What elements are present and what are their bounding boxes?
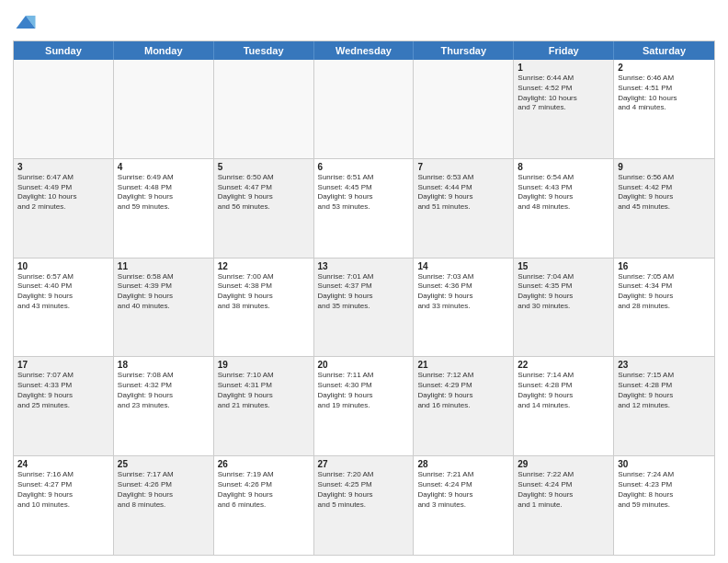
- calendar-cell-0-2: [214, 60, 314, 158]
- day-number: 11: [118, 261, 210, 271]
- day-header-tuesday: Tuesday: [214, 41, 314, 60]
- calendar-row-1: 3Sunrise: 6:47 AM Sunset: 4:49 PM Daylig…: [14, 159, 714, 259]
- day-number: 4: [118, 162, 210, 172]
- day-info: Sunrise: 6:58 AM Sunset: 4:39 PM Dayligh…: [118, 272, 210, 312]
- calendar-row-0: 1Sunrise: 6:44 AM Sunset: 4:52 PM Daylig…: [14, 60, 714, 159]
- day-number: 29: [518, 459, 609, 469]
- calendar: SundayMondayTuesdayWednesdayThursdayFrid…: [13, 40, 715, 556]
- calendar-row-4: 24Sunrise: 7:16 AM Sunset: 4:27 PM Dayli…: [14, 456, 714, 555]
- calendar-cell-0-3: [314, 60, 415, 158]
- calendar-cell-4-1: 25Sunrise: 7:17 AM Sunset: 4:26 PM Dayli…: [114, 456, 214, 555]
- day-number: 8: [518, 162, 609, 172]
- day-info: Sunrise: 6:57 AM Sunset: 4:40 PM Dayligh…: [17, 272, 109, 312]
- day-info: Sunrise: 7:12 AM Sunset: 4:29 PM Dayligh…: [417, 371, 509, 410]
- day-number: 14: [417, 261, 509, 271]
- day-info: Sunrise: 6:50 AM Sunset: 4:47 PM Dayligh…: [218, 173, 310, 213]
- day-number: 16: [618, 261, 711, 271]
- day-number: 22: [518, 360, 609, 370]
- day-header-saturday: Saturday: [614, 41, 714, 60]
- calendar-cell-4-2: 26Sunrise: 7:19 AM Sunset: 4:26 PM Dayli…: [214, 456, 314, 555]
- calendar-cell-3-0: 17Sunrise: 7:07 AM Sunset: 4:33 PM Dayli…: [14, 357, 114, 455]
- day-number: 7: [417, 162, 509, 172]
- day-number: 6: [318, 162, 410, 172]
- day-info: Sunrise: 7:07 AM Sunset: 4:33 PM Dayligh…: [17, 371, 109, 410]
- calendar-cell-1-1: 4Sunrise: 6:49 AM Sunset: 4:48 PM Daylig…: [114, 159, 214, 258]
- logo: [13, 9, 42, 35]
- day-info: Sunrise: 7:03 AM Sunset: 4:36 PM Dayligh…: [417, 272, 509, 312]
- day-info: Sunrise: 7:21 AM Sunset: 4:24 PM Dayligh…: [417, 470, 509, 510]
- day-info: Sunrise: 6:53 AM Sunset: 4:44 PM Dayligh…: [417, 173, 509, 213]
- day-header-wednesday: Wednesday: [314, 41, 415, 60]
- calendar-cell-2-3: 13Sunrise: 7:01 AM Sunset: 4:37 PM Dayli…: [314, 259, 415, 357]
- calendar-cell-2-4: 14Sunrise: 7:03 AM Sunset: 4:36 PM Dayli…: [414, 259, 514, 357]
- calendar-cell-4-0: 24Sunrise: 7:16 AM Sunset: 4:27 PM Dayli…: [14, 456, 114, 555]
- calendar-cell-2-2: 12Sunrise: 7:00 AM Sunset: 4:38 PM Dayli…: [214, 259, 314, 357]
- calendar-cell-4-5: 29Sunrise: 7:22 AM Sunset: 4:24 PM Dayli…: [514, 456, 614, 555]
- calendar-cell-0-0: [14, 60, 114, 158]
- day-info: Sunrise: 7:24 AM Sunset: 4:23 PM Dayligh…: [618, 470, 711, 510]
- calendar-row-2: 10Sunrise: 6:57 AM Sunset: 4:40 PM Dayli…: [14, 259, 714, 358]
- calendar-cell-3-2: 19Sunrise: 7:10 AM Sunset: 4:31 PM Dayli…: [214, 357, 314, 455]
- calendar-cell-4-3: 27Sunrise: 7:20 AM Sunset: 4:25 PM Dayli…: [314, 456, 415, 555]
- calendar-header: SundayMondayTuesdayWednesdayThursdayFrid…: [14, 41, 714, 60]
- day-header-monday: Monday: [114, 41, 214, 60]
- day-number: 30: [618, 459, 711, 469]
- calendar-cell-1-3: 6Sunrise: 6:51 AM Sunset: 4:45 PM Daylig…: [314, 159, 415, 258]
- day-header-friday: Friday: [514, 41, 614, 60]
- day-number: 12: [218, 261, 310, 271]
- calendar-cell-4-6: 30Sunrise: 7:24 AM Sunset: 4:23 PM Dayli…: [614, 456, 714, 555]
- day-number: 1: [518, 63, 609, 73]
- day-info: Sunrise: 7:11 AM Sunset: 4:30 PM Dayligh…: [318, 371, 410, 410]
- day-number: 24: [17, 459, 109, 469]
- logo-graphic-icon: [13, 9, 39, 35]
- day-number: 15: [518, 261, 609, 271]
- day-number: 18: [118, 360, 210, 370]
- day-info: Sunrise: 7:22 AM Sunset: 4:24 PM Dayligh…: [518, 470, 609, 510]
- calendar-cell-0-1: [114, 60, 214, 158]
- calendar-cell-1-5: 8Sunrise: 6:54 AM Sunset: 4:43 PM Daylig…: [514, 159, 614, 258]
- calendar-cell-3-1: 18Sunrise: 7:08 AM Sunset: 4:32 PM Dayli…: [114, 357, 214, 455]
- day-number: 17: [17, 360, 109, 370]
- day-info: Sunrise: 6:54 AM Sunset: 4:43 PM Dayligh…: [518, 173, 609, 213]
- day-number: 23: [618, 360, 711, 370]
- day-info: Sunrise: 6:46 AM Sunset: 4:51 PM Dayligh…: [618, 74, 711, 113]
- calendar-cell-2-0: 10Sunrise: 6:57 AM Sunset: 4:40 PM Dayli…: [14, 259, 114, 357]
- day-number: 10: [17, 261, 109, 271]
- day-info: Sunrise: 7:19 AM Sunset: 4:26 PM Dayligh…: [218, 470, 310, 510]
- day-number: 9: [618, 162, 711, 172]
- day-number: 19: [218, 360, 310, 370]
- day-info: Sunrise: 7:08 AM Sunset: 4:32 PM Dayligh…: [118, 371, 210, 410]
- day-info: Sunrise: 7:14 AM Sunset: 4:28 PM Dayligh…: [518, 371, 609, 410]
- day-number: 28: [417, 459, 509, 469]
- calendar-cell-3-4: 21Sunrise: 7:12 AM Sunset: 4:29 PM Dayli…: [414, 357, 514, 455]
- calendar-cell-4-4: 28Sunrise: 7:21 AM Sunset: 4:24 PM Dayli…: [414, 456, 514, 555]
- day-number: 27: [318, 459, 410, 469]
- day-number: 13: [318, 261, 410, 271]
- calendar-cell-2-6: 16Sunrise: 7:05 AM Sunset: 4:34 PM Dayli…: [614, 259, 714, 357]
- calendar-cell-3-6: 23Sunrise: 7:15 AM Sunset: 4:28 PM Dayli…: [614, 357, 714, 455]
- day-info: Sunrise: 7:01 AM Sunset: 4:37 PM Dayligh…: [318, 272, 410, 312]
- day-info: Sunrise: 6:47 AM Sunset: 4:49 PM Dayligh…: [17, 173, 109, 213]
- day-info: Sunrise: 6:51 AM Sunset: 4:45 PM Dayligh…: [318, 173, 410, 213]
- day-info: Sunrise: 7:16 AM Sunset: 4:27 PM Dayligh…: [17, 470, 109, 510]
- calendar-cell-0-6: 2Sunrise: 6:46 AM Sunset: 4:51 PM Daylig…: [614, 60, 714, 158]
- day-info: Sunrise: 7:17 AM Sunset: 4:26 PM Dayligh…: [118, 470, 210, 510]
- day-number: 21: [417, 360, 509, 370]
- day-number: 25: [118, 459, 210, 469]
- day-info: Sunrise: 7:00 AM Sunset: 4:38 PM Dayligh…: [218, 272, 310, 312]
- calendar-body: 1Sunrise: 6:44 AM Sunset: 4:52 PM Daylig…: [14, 60, 714, 555]
- day-number: 5: [218, 162, 310, 172]
- day-info: Sunrise: 7:20 AM Sunset: 4:25 PM Dayligh…: [318, 470, 410, 510]
- day-info: Sunrise: 7:15 AM Sunset: 4:28 PM Dayligh…: [618, 371, 711, 410]
- calendar-cell-1-2: 5Sunrise: 6:50 AM Sunset: 4:47 PM Daylig…: [214, 159, 314, 258]
- calendar-cell-3-5: 22Sunrise: 7:14 AM Sunset: 4:28 PM Dayli…: [514, 357, 614, 455]
- day-info: Sunrise: 7:04 AM Sunset: 4:35 PM Dayligh…: [518, 272, 609, 312]
- day-info: Sunrise: 6:49 AM Sunset: 4:48 PM Dayligh…: [118, 173, 210, 213]
- calendar-row-3: 17Sunrise: 7:07 AM Sunset: 4:33 PM Dayli…: [14, 357, 714, 456]
- calendar-cell-0-4: [414, 60, 514, 158]
- calendar-cell-0-5: 1Sunrise: 6:44 AM Sunset: 4:52 PM Daylig…: [514, 60, 614, 158]
- calendar-cell-2-1: 11Sunrise: 6:58 AM Sunset: 4:39 PM Dayli…: [114, 259, 214, 357]
- calendar-cell-3-3: 20Sunrise: 7:11 AM Sunset: 4:30 PM Dayli…: [314, 357, 415, 455]
- day-number: 20: [318, 360, 410, 370]
- day-info: Sunrise: 6:56 AM Sunset: 4:42 PM Dayligh…: [618, 173, 711, 213]
